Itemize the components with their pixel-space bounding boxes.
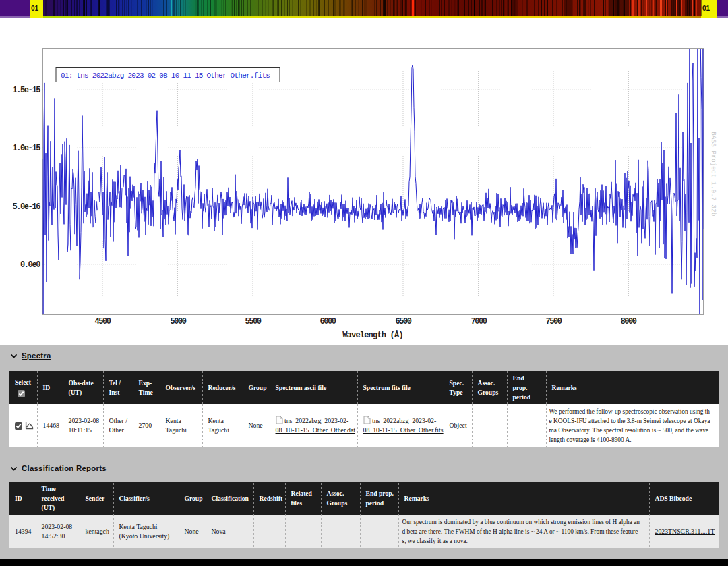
svg-text:4500: 4500 — [94, 317, 111, 327]
svg-text:8000: 8000 — [620, 317, 636, 327]
svg-text:7500: 7500 — [545, 317, 562, 327]
svg-text:BASS Project 1.9.7 32b: BASS Project 1.9.7 32b — [710, 132, 717, 217]
svg-text:7000: 7000 — [471, 317, 487, 327]
svg-text:01: tns_2022abzg_2023-02-08_10: 01: tns_2022abzg_2023-02-08_10-11-15_Oth… — [61, 72, 270, 80]
svg-text:5500: 5500 — [245, 317, 261, 327]
svg-text:5000: 5000 — [170, 317, 186, 327]
svg-text:5.0e-16: 5.0e-16 — [12, 202, 40, 212]
svg-text:Wavelength (Å): Wavelength (Å) — [342, 330, 403, 340]
svg-text:6500: 6500 — [395, 317, 411, 327]
svg-text:0.0e0: 0.0e0 — [20, 260, 40, 270]
svg-text:6000: 6000 — [320, 317, 336, 327]
svg-text:1.5e-15: 1.5e-15 — [12, 86, 40, 95]
svg-text:1.0e-15: 1.0e-15 — [12, 144, 40, 153]
